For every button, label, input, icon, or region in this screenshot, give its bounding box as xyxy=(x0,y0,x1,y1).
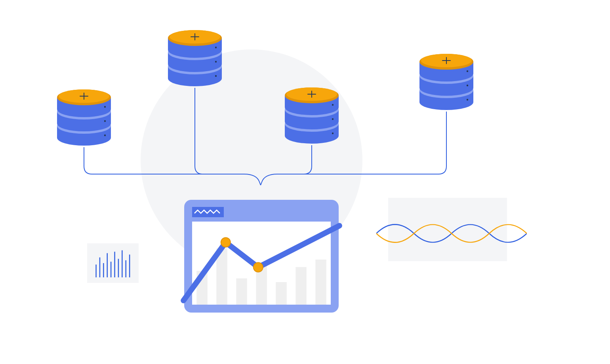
svg-rect-63 xyxy=(107,253,108,277)
svg-point-57 xyxy=(467,70,468,72)
sparkline-bars-icon xyxy=(87,243,139,283)
database-stack-3 xyxy=(283,85,341,148)
svg-point-28 xyxy=(215,61,217,63)
svg-point-59 xyxy=(467,99,468,100)
svg-rect-75 xyxy=(236,279,247,305)
diagram-canvas xyxy=(0,0,610,364)
dashboard-window-icon xyxy=(180,200,347,318)
database-icon xyxy=(418,51,475,113)
sparkline-bars-panel xyxy=(87,243,139,283)
svg-rect-79 xyxy=(315,260,326,305)
analytics-dashboard xyxy=(180,200,347,320)
database-icon xyxy=(166,28,224,89)
svg-rect-60 xyxy=(95,265,97,277)
database-stack-2 xyxy=(166,28,224,91)
svg-point-43 xyxy=(332,118,334,120)
svg-rect-66 xyxy=(118,259,119,277)
svg-rect-77 xyxy=(276,282,287,305)
svg-rect-64 xyxy=(111,262,112,277)
svg-point-58 xyxy=(467,85,468,86)
svg-rect-67 xyxy=(122,250,123,277)
svg-point-44 xyxy=(332,133,334,134)
svg-point-80 xyxy=(221,238,231,247)
svg-point-81 xyxy=(254,263,263,272)
svg-point-13 xyxy=(104,120,106,122)
svg-point-29 xyxy=(215,75,217,77)
database-icon xyxy=(55,87,113,148)
sine-waves-icon xyxy=(376,220,527,247)
svg-point-14 xyxy=(104,135,106,136)
database-stack-1 xyxy=(55,87,113,150)
svg-point-27 xyxy=(215,47,217,48)
svg-rect-69 xyxy=(129,254,130,277)
svg-point-42 xyxy=(332,104,334,106)
svg-rect-78 xyxy=(295,267,307,305)
svg-point-12 xyxy=(104,106,106,108)
database-icon xyxy=(283,85,341,146)
svg-rect-65 xyxy=(114,252,115,277)
database-stack-4 xyxy=(418,51,475,114)
svg-rect-62 xyxy=(103,263,104,277)
svg-rect-61 xyxy=(99,258,101,277)
svg-rect-68 xyxy=(126,260,127,277)
